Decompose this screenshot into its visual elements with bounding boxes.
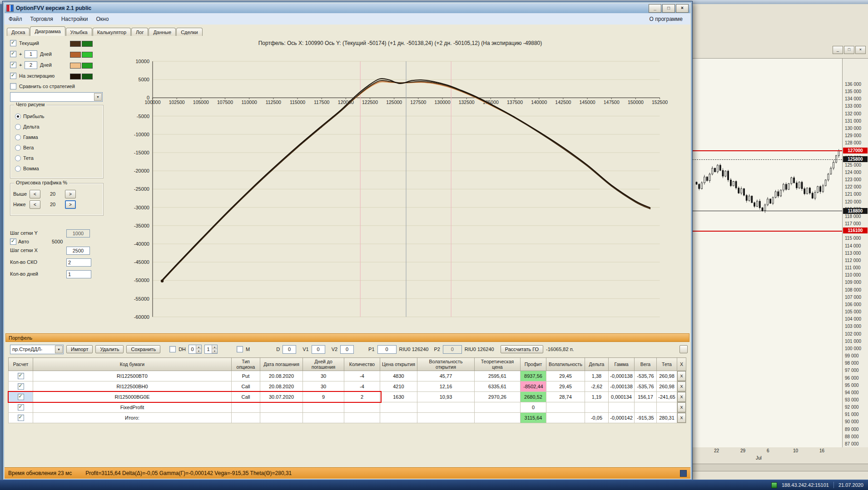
table-cell[interactable]: 30 bbox=[303, 371, 344, 381]
quik-scrollbar[interactable] bbox=[692, 464, 868, 471]
table-cell[interactable] bbox=[303, 413, 344, 423]
tab-Калькулятор[interactable]: Калькулятор bbox=[93, 28, 131, 36]
increase-button[interactable]: > bbox=[65, 200, 76, 209]
series-plus2-color-2-swatch[interactable] bbox=[82, 63, 93, 69]
grid-step-x-input[interactable]: 2500 bbox=[66, 247, 90, 255]
radio-option-Гамма[interactable]: Гамма bbox=[15, 134, 97, 143]
p2-input[interactable]: 0 bbox=[443, 345, 462, 354]
portfolio-preset-select[interactable]: пр.СтреДДЛ- ▼ bbox=[10, 345, 64, 354]
table-cell[interactable]: 20.08.2020 bbox=[260, 381, 303, 392]
tab-Улыбка[interactable]: Улыбка bbox=[66, 28, 92, 36]
spinner-up-icon[interactable]: ▲ bbox=[196, 345, 201, 349]
table-cell[interactable]: 1630 bbox=[380, 392, 417, 402]
column-header[interactable]: Гамма bbox=[609, 358, 635, 371]
tray-network-icon[interactable] bbox=[771, 482, 777, 488]
radio-option-Прибыль[interactable]: Прибыль bbox=[15, 113, 97, 122]
spinner-down-icon[interactable]: ▼ bbox=[212, 349, 217, 353]
table-cell[interactable]: 29,45 bbox=[546, 371, 585, 381]
table-cell[interactable]: -4 bbox=[344, 381, 380, 392]
d-input[interactable]: 0 bbox=[283, 345, 296, 354]
column-header[interactable]: Волатильность открытия bbox=[417, 358, 475, 371]
table-cell[interactable] bbox=[585, 402, 609, 413]
table-cell[interactable]: -535,76 bbox=[635, 371, 657, 381]
table-cell[interactable] bbox=[546, 402, 585, 413]
table-cell[interactable] bbox=[417, 402, 475, 413]
series-plus1-color-2-swatch[interactable] bbox=[82, 52, 93, 58]
table-cell[interactable]: 20.08.2020 bbox=[260, 371, 303, 381]
table-cell[interactable]: 28,74 bbox=[546, 392, 585, 402]
table-cell[interactable] bbox=[232, 413, 260, 423]
table-cell[interactable]: 29,45 bbox=[546, 381, 585, 392]
table-cell[interactable]: 156,17 bbox=[635, 392, 657, 402]
column-header[interactable]: Дней до погашения bbox=[303, 358, 344, 371]
table-cell[interactable]: -0,000138 bbox=[609, 381, 635, 392]
table-cell[interactable]: -241,65 bbox=[657, 392, 677, 402]
table-cell[interactable]: 30.07.2020 bbox=[260, 392, 303, 402]
table-cell[interactable] bbox=[260, 402, 303, 413]
days-ahead-1-input[interactable]: 1 bbox=[25, 50, 37, 58]
column-header[interactable]: Дата погашения bbox=[260, 358, 303, 371]
dh-checkbox[interactable] bbox=[169, 346, 176, 352]
calc-checkbox[interactable] bbox=[18, 394, 24, 400]
column-header[interactable]: Цена открытия bbox=[380, 358, 417, 371]
column-header[interactable]: Тип опциона bbox=[232, 358, 260, 371]
calc-checkbox-cell[interactable] bbox=[9, 381, 33, 392]
table-cell[interactable]: 2 bbox=[344, 392, 380, 402]
radio-option-Дельта[interactable]: Дельта bbox=[15, 123, 97, 132]
table-cell[interactable]: 1,19 bbox=[585, 392, 609, 402]
series-plus2-checkbox[interactable] bbox=[10, 62, 16, 68]
table-cell[interactable]: 280,31 bbox=[657, 413, 677, 423]
table-cell[interactable]: -4 bbox=[344, 371, 380, 381]
calc-checkbox[interactable] bbox=[18, 404, 24, 411]
table-cell[interactable]: RI122500BT0 bbox=[33, 371, 232, 381]
table-cell[interactable]: 6335,61 bbox=[475, 381, 521, 392]
table-cell[interactable] bbox=[260, 413, 303, 423]
column-header[interactable]: Расчет bbox=[9, 358, 33, 371]
v2-input[interactable]: 0 bbox=[340, 345, 354, 354]
table-cell[interactable]: 12,16 bbox=[417, 381, 475, 392]
table-cell[interactable] bbox=[344, 402, 380, 413]
table-cell[interactable]: 260,98 bbox=[657, 381, 677, 392]
column-header[interactable]: Количество bbox=[344, 358, 380, 371]
spinner-up-icon[interactable]: ▲ bbox=[212, 345, 217, 349]
column-header[interactable]: Тета bbox=[657, 358, 677, 371]
table-cell[interactable]: -0,000138 bbox=[609, 371, 635, 381]
maximize-button[interactable]: □ bbox=[662, 4, 675, 13]
menu-item-about[interactable]: О программе bbox=[645, 15, 687, 24]
taskbar[interactable]: 188.43.242.42:15101 21.07.2020 bbox=[0, 480, 868, 490]
table-cell[interactable]: 45,77 bbox=[417, 371, 475, 381]
table-cell[interactable]: 30 bbox=[303, 381, 344, 392]
table-cell[interactable]: -2,62 bbox=[585, 381, 609, 392]
calc-margin-button[interactable]: Рассчитать ГО bbox=[501, 345, 543, 353]
dh-spinner-2[interactable]: 1 ▲▼ bbox=[204, 345, 218, 354]
compare-strategy-checkbox[interactable] bbox=[10, 83, 16, 89]
series-plus1-checkbox[interactable] bbox=[10, 51, 16, 57]
series-plus2-color-1-swatch[interactable] bbox=[70, 63, 81, 69]
table-cell[interactable] bbox=[232, 402, 260, 413]
calc-checkbox-cell[interactable] bbox=[9, 402, 33, 413]
dh-spinner-1[interactable]: 0 ▲▼ bbox=[188, 345, 202, 354]
delete-row-button[interactable]: X bbox=[677, 413, 686, 423]
delete-row-button[interactable]: X bbox=[677, 381, 686, 391]
table-cell[interactable]: FixedProfit bbox=[33, 402, 232, 413]
table-cell[interactable]: -0,05 bbox=[585, 413, 609, 423]
calc-checkbox[interactable] bbox=[18, 373, 24, 379]
series-current-checkbox[interactable] bbox=[10, 40, 16, 46]
menu-item-1[interactable]: Файл bbox=[5, 15, 26, 24]
grid-step-y-input[interactable]: 1000 bbox=[66, 229, 90, 238]
save-button[interactable]: Сохранить bbox=[126, 345, 160, 353]
menu-item-2[interactable]: Торговля bbox=[26, 15, 57, 24]
table-cell[interactable] bbox=[344, 413, 380, 423]
column-header[interactable]: Вега bbox=[635, 358, 657, 371]
import-button[interactable]: Импорт bbox=[66, 345, 93, 353]
tab-Данные[interactable]: Данные bbox=[149, 28, 176, 36]
table-cell[interactable]: 4830 bbox=[380, 371, 417, 381]
radio-option-Тета[interactable]: Тета bbox=[15, 154, 97, 163]
table-cell[interactable]: -0,000142 bbox=[609, 413, 635, 423]
tab-Доска[interactable]: Доска bbox=[7, 28, 30, 36]
menu-item-4[interactable]: Окно bbox=[92, 15, 113, 24]
quik-price-chart[interactable] bbox=[692, 58, 842, 447]
table-cell[interactable] bbox=[546, 413, 585, 423]
table-cell[interactable]: RI125000BG0E bbox=[33, 392, 232, 402]
table-cell[interactable]: 10,93 bbox=[417, 392, 475, 402]
